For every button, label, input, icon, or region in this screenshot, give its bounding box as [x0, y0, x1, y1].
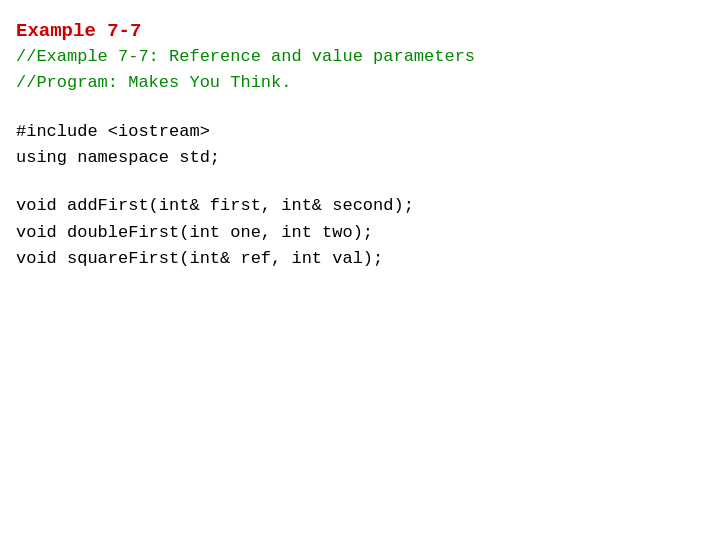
code-block: #include <iostream> using namespace std;: [16, 119, 704, 172]
function-declarations: void addFirst(int& first, int& second); …: [16, 193, 704, 272]
code-line-squarefirst: void squareFirst(int& ref, int val);: [16, 246, 704, 272]
comment-line-2: //Program: Makes You Think.: [16, 70, 704, 96]
spacer-1: [16, 97, 704, 119]
comment-block: //Example 7-7: Reference and value param…: [16, 44, 704, 97]
code-line-include: #include <iostream>: [16, 119, 704, 145]
page-container: Example 7-7 //Example 7-7: Reference and…: [16, 20, 704, 272]
example-title: Example 7-7: [16, 20, 704, 42]
code-line-doublefirst: void doubleFirst(int one, int two);: [16, 220, 704, 246]
code-line-addfirst: void addFirst(int& first, int& second);: [16, 193, 704, 219]
spacer-2: [16, 171, 704, 193]
comment-line-1: //Example 7-7: Reference and value param…: [16, 44, 704, 70]
code-line-namespace: using namespace std;: [16, 145, 704, 171]
